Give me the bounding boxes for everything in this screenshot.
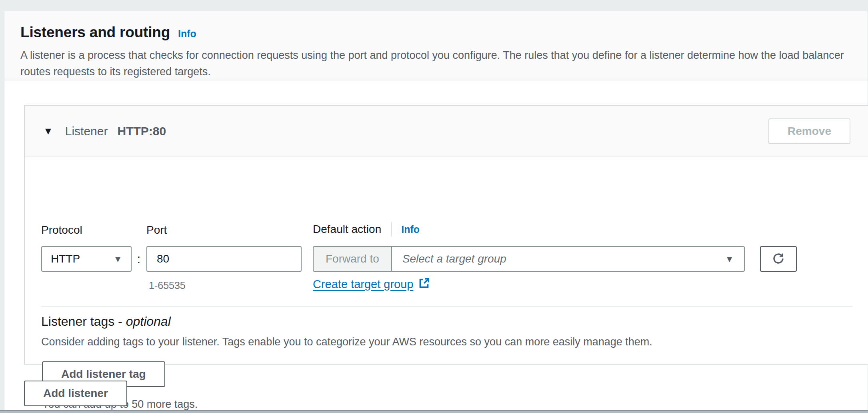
protocol-selected-value: HTTP xyxy=(51,253,80,265)
port-label: Port xyxy=(146,224,167,237)
tags-section-divider xyxy=(41,306,852,307)
listener-panel: ▼ Listener HTTP:80 Remove Protocol Port … xyxy=(24,105,868,365)
create-target-group-link[interactable]: Create target group xyxy=(313,277,430,291)
listener-protocol-port: HTTP:80 xyxy=(117,124,166,138)
refresh-icon xyxy=(771,251,786,267)
section-title: Listeners and routing xyxy=(20,24,170,41)
forward-to-prefix: Forward to xyxy=(314,247,392,271)
section-title-row: Listeners and routing Info xyxy=(20,24,850,41)
listener-panel-body: Protocol Port Default action Info HTTP ▼… xyxy=(25,157,868,364)
protocol-label: Protocol xyxy=(41,224,82,237)
add-listener-button[interactable]: Add listener xyxy=(24,381,127,406)
listener-tags-heading-text: Listener tags - xyxy=(41,314,122,329)
listener-tags-description: Consider adding tags to your listener. T… xyxy=(41,336,652,348)
section-description: A listener is a process that checks for … xyxy=(20,47,850,80)
section-header: Listeners and routing Info A listener is… xyxy=(4,11,868,80)
caret-down-icon: ▼ xyxy=(725,255,734,263)
refresh-target-groups-button[interactable] xyxy=(760,246,797,272)
protocol-select[interactable]: HTTP ▼ xyxy=(41,246,132,272)
section-info-link[interactable]: Info xyxy=(178,28,196,40)
listener-label: Listener xyxy=(65,124,108,138)
target-group-placeholder: Select a target group xyxy=(392,247,725,271)
listeners-and-routing-screen: Listeners and routing Info A listener is… xyxy=(0,0,868,413)
default-action-label-row: Default action Info xyxy=(313,222,420,237)
default-action-label: Default action xyxy=(313,223,381,236)
remove-listener-button[interactable]: Remove xyxy=(768,118,850,144)
collapse-caret-icon[interactable]: ▼ xyxy=(43,126,53,136)
create-target-group-link-text: Create target group xyxy=(313,278,413,291)
caret-down-icon: ▼ xyxy=(114,255,122,263)
label-divider xyxy=(391,222,392,237)
protocol-port-separator: : xyxy=(133,246,145,272)
listeners-section-card: Listeners and routing Info A listener is… xyxy=(4,11,868,411)
target-group-select[interactable]: Forward to Select a target group ▼ xyxy=(313,246,745,272)
listener-tags-optional-text: optional xyxy=(126,314,171,329)
default-action-info-link[interactable]: Info xyxy=(401,224,420,235)
port-input[interactable] xyxy=(146,246,302,272)
listener-panel-header: ▼ Listener HTTP:80 Remove xyxy=(25,106,868,157)
external-link-icon xyxy=(418,277,430,291)
listener-tags-heading: Listener tags - optional xyxy=(41,314,171,329)
port-range-hint: 1-65535 xyxy=(149,280,186,291)
next-section-edge xyxy=(0,410,868,413)
